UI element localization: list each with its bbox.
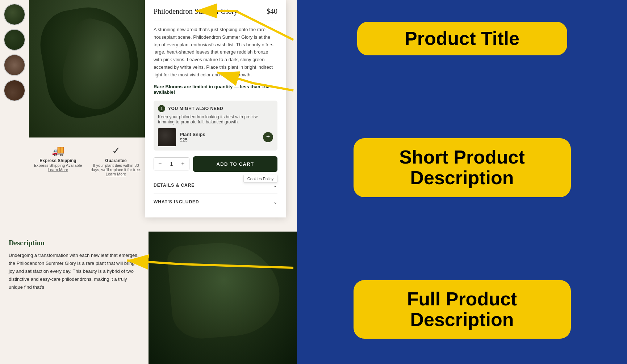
- upsell-item-price: $25: [180, 137, 259, 143]
- upsell-desc: Keep your philodendron looking its best …: [158, 114, 273, 124]
- guarantee-title: Guarantee: [91, 158, 141, 163]
- upsell-section: 1 YOU MIGHT ALSO NEED Keep your philoden…: [154, 101, 277, 151]
- product-header: Philodendron Summer Glory $40: [154, 7, 277, 21]
- thumbnail-list: [4, 4, 25, 101]
- product-short-description: A stunning new aroid that's just steppin…: [154, 26, 277, 79]
- cookies-tooltip: Cookies Policy: [243, 175, 277, 183]
- product-title-badge: Product Title: [357, 22, 567, 55]
- bottom-plant-image: [149, 232, 297, 364]
- upsell-header: 1 YOU MIGHT ALSO NEED: [158, 105, 273, 112]
- product-price: $40: [267, 7, 277, 16]
- accordion-details-label: DETAILS & CARE: [154, 183, 195, 188]
- product-panel: 🚚 Express Shipping Express Shipping Avai…: [0, 0, 297, 364]
- full-description-section: Description Undergoing a transformation …: [0, 232, 149, 299]
- short-desc-badge-text: Short Product Description: [399, 147, 525, 188]
- upsell-item-info: Plant Snips $25: [180, 132, 259, 143]
- thumbnail-1[interactable]: [4, 4, 25, 25]
- product-title-badge-text: Product Title: [405, 28, 519, 49]
- main-product-image: [29, 0, 145, 137]
- thumbnail-2[interactable]: [4, 29, 25, 51]
- accordion-included-chevron: ⌄: [273, 199, 277, 205]
- accordion-included-label: WHAT'S INCLUDED: [154, 199, 199, 204]
- express-shipping-desc: Express Shipping Available: [33, 163, 83, 168]
- upsell-item-image: [158, 128, 176, 146]
- shipping-info: 🚚 Express Shipping Express Shipping Avai…: [29, 141, 145, 180]
- quantity-value: 1: [166, 158, 177, 170]
- thumbnail-3[interactable]: [4, 54, 25, 76]
- guarantee-desc: If your plant dies within 30 days, we'll…: [91, 163, 141, 172]
- full-desc-badge-text: Full Product Description: [407, 289, 517, 330]
- upsell-title: YOU MIGHT ALSO NEED: [168, 106, 223, 111]
- upsell-add-button[interactable]: +: [263, 132, 273, 142]
- express-shipping: 🚚 Express Shipping Express Shipping Avai…: [33, 145, 83, 176]
- product-info-card: Philodendron Summer Glory $40 A stunning…: [145, 0, 286, 217]
- full-desc-annotation: Full Product Description: [354, 280, 571, 339]
- description-title: Description: [9, 239, 140, 247]
- guarantee-link[interactable]: Learn More: [91, 172, 141, 176]
- guarantee-icon: ✓: [91, 145, 141, 157]
- upsell-item-name: Plant Snips: [180, 132, 259, 137]
- short-desc-badge: Short Product Description: [354, 138, 571, 197]
- short-desc-annotation: Short Product Description: [354, 138, 571, 197]
- guarantee: ✓ Guarantee If your plant dies within 30…: [91, 145, 141, 176]
- accordion-included[interactable]: WHAT'S INCLUDED ⌄: [154, 194, 277, 210]
- truck-icon: 🚚: [33, 145, 83, 157]
- product-rare-notice: Rare Blooms are limited in quantity — le…: [154, 84, 277, 95]
- express-shipping-title: Express Shipping: [33, 158, 83, 163]
- product-title-annotation: Product Title: [357, 22, 567, 55]
- quantity-control: − 1 +: [154, 157, 189, 170]
- upsell-number: 1: [158, 105, 165, 112]
- upsell-item: Plant Snips $25 +: [158, 128, 273, 146]
- quantity-decrease-button[interactable]: −: [154, 158, 166, 170]
- quantity-increase-button[interactable]: +: [177, 158, 189, 170]
- add-to-cart-button[interactable]: ADD TO CART: [193, 156, 277, 172]
- product-name: Philodendron Summer Glory: [154, 7, 238, 16]
- full-description-text: Undergoing a transformation with each ne…: [9, 251, 140, 291]
- accordion-details-chevron: ⌄: [273, 182, 277, 189]
- cart-row: − 1 + ADD TO CART Cookies Policy: [154, 156, 277, 172]
- thumbnail-4[interactable]: [4, 80, 25, 101]
- annotation-panel: Product Title Short Product Description …: [297, 0, 627, 364]
- express-shipping-link[interactable]: Learn More: [33, 168, 83, 172]
- full-desc-badge: Full Product Description: [354, 280, 571, 339]
